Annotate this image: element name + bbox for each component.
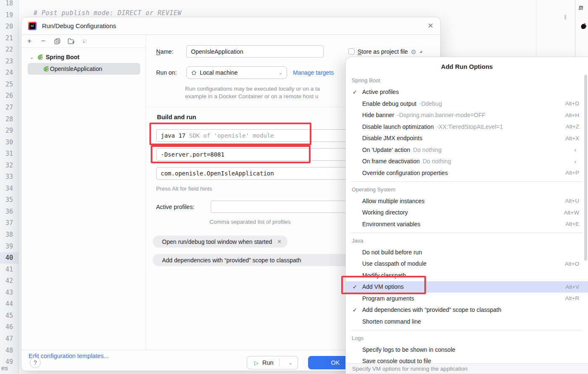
line-number: 21 <box>0 33 13 44</box>
line-number: 37 <box>0 217 13 229</box>
line-number: 32 <box>0 160 13 171</box>
editor-gutter: 1819202122232425262728293031323334353637… <box>0 0 19 374</box>
editor-divider-line <box>536 0 536 57</box>
menu-item-override-configuration-properties[interactable]: Override configuration propertiesAlt+P <box>346 167 588 179</box>
line-number: 29 <box>0 125 13 136</box>
store-as-project-file-checkbox[interactable] <box>348 48 355 55</box>
run-on-description-line1: Run configurations may be executed local… <box>185 86 320 92</box>
tree-group-spring-boot[interactable]: ⌄ Spring Boot <box>21 51 146 63</box>
line-number: 41 <box>0 264 13 275</box>
menu-separator <box>346 179 588 184</box>
run-on-value: Local machine <box>200 69 238 76</box>
menu-section-logs: Logs <box>346 332 588 344</box>
shortcut-label: Alt+V <box>565 284 579 290</box>
tree-toolbar: + − az <box>21 35 146 48</box>
menu-item-active-profiles[interactable]: ✓Active profiles <box>346 86 588 98</box>
run-on-description-line2: example in a Docker Container or on a re… <box>185 93 318 99</box>
run-button[interactable]: ▷ Run ⌄ <box>247 356 298 369</box>
store-as-project-file-row: Store as project file ⚙ ◢ <box>348 45 422 58</box>
run-button-label: Run <box>262 359 274 366</box>
configurations-tree: ⌄ Spring Boot OpenIsleApplication <box>21 48 146 75</box>
check-icon: ✓ <box>353 307 362 313</box>
popup-menu: Spring Boot✓Active profilesEnable debug … <box>346 73 588 367</box>
line-number: 24 <box>0 67 13 78</box>
menu-item-environment-variables[interactable]: Environment variablesAlt+E <box>346 218 588 230</box>
line-number: 38 <box>0 229 13 241</box>
line-number: 27 <box>0 102 13 113</box>
menu-section-spring-boot: Spring Boot <box>346 75 588 86</box>
tag-add-provided-dependencies[interactable]: Add dependencies with “provided” scope t… <box>153 254 378 266</box>
copy-configuration-icon[interactable] <box>54 38 60 44</box>
menu-section-operating-system: Operating System <box>346 184 588 196</box>
menu-item-on-update-action[interactable]: On 'Update' actionDo nothing› <box>346 144 588 156</box>
remove-configuration-icon[interactable]: − <box>40 38 47 44</box>
store-as-project-file-label: Store as project file <box>358 48 408 55</box>
run-on-label: Run on: <box>156 69 177 76</box>
shortcut-label: Alt+P <box>565 170 579 176</box>
remove-tag-icon[interactable]: ✕ <box>277 238 282 245</box>
line-number: 46 <box>0 322 13 333</box>
run-dropdown-icon[interactable]: ⌄ <box>283 360 298 366</box>
menu-item-program-arguments[interactable]: Program argumentsAlt+R <box>346 293 588 304</box>
gear-caret-icon: ◢ <box>419 50 422 53</box>
line-number: 47 <box>0 333 13 345</box>
line-number: 34 <box>0 183 13 194</box>
add-configuration-icon[interactable]: + <box>26 38 33 44</box>
gear-icon[interactable]: ⚙ <box>411 48 416 56</box>
annotation-box-add-vm-options <box>341 276 426 294</box>
name-label: Name: <box>156 48 173 55</box>
shortcut-label: Alt+D <box>565 100 579 107</box>
manage-targets-link[interactable]: Manage targets <box>293 69 334 76</box>
shortcut-label: Alt+E <box>565 221 579 227</box>
shortcut-label: Alt+U <box>565 198 579 204</box>
check-icon: ✓ <box>353 89 362 95</box>
line-number: 20 <box>0 21 13 32</box>
active-profiles-label: Active profiles: <box>156 204 194 210</box>
new-folder-icon[interactable] <box>68 38 74 44</box>
chevron-down-icon[interactable]: ⌄ <box>30 55 35 60</box>
spring-boot-icon <box>43 65 50 72</box>
menu-item-specify-logs-to-be-shown-in-console[interactable]: Specify logs to be shown in console <box>346 344 588 356</box>
shortcut-label: Alt+O <box>565 261 579 267</box>
line-number: 35 <box>0 194 13 206</box>
menu-item-allow-multiple-instances[interactable]: Allow multiple instancesAlt+U <box>346 195 588 207</box>
dialog-title: Run/Debug Configurations <box>42 22 116 29</box>
alt-field-hints-note: Press Alt for field hints <box>156 186 212 192</box>
menu-item-use-classpath-of-module[interactable]: Use classpath of moduleAlt+O <box>346 258 588 270</box>
line-number: 23 <box>0 56 13 67</box>
menu-item-enable-debug-output[interactable]: Enable debug output-DdebugAlt+D <box>346 98 588 110</box>
menu-item-shorten-command-line[interactable]: Shorten command line <box>346 316 588 327</box>
editor-right-text: m <box>579 3 583 12</box>
menu-item-working-directory[interactable]: Working directoryAlt+W <box>346 207 588 219</box>
line-number: 18 <box>0 0 13 9</box>
tag-open-tool-window[interactable]: Open run/debug tool window when started … <box>153 235 287 248</box>
menu-item-do-not-build-before-run[interactable]: Do not build before run <box>346 246 588 258</box>
annotation-box-jdk-field <box>149 123 311 145</box>
menu-item-disable-jmx-endpoints[interactable]: Disable JMX endpointsAlt+X <box>346 133 588 144</box>
svg-text:a: a <box>85 38 87 41</box>
line-number: 33 <box>0 171 13 183</box>
configurations-tree-panel: + − az ⌄ Spring Boot OpenIsleApplication <box>21 35 146 350</box>
menu-item-disable-launch-optimization[interactable]: Disable launch optimization-XX:TieredSto… <box>346 121 588 133</box>
tree-item-openisleapplication-selected[interactable]: OpenIsleApplication <box>28 63 140 75</box>
shortcut-label: Alt+H <box>565 112 579 118</box>
home-icon <box>191 70 197 76</box>
line-number: 45 <box>0 310 13 322</box>
menu-item-add-dependencies-with-provided-scope-to-classpath[interactable]: ✓Add dependencies with “provided” scope … <box>346 304 588 316</box>
line-number: 42 <box>0 275 13 287</box>
menu-item-on-frame-deactivation[interactable]: On frame deactivationDo nothing› <box>346 156 588 167</box>
annotation-box-vm-options-field <box>151 145 311 163</box>
sort-alphabetically-icon[interactable]: az <box>81 38 88 44</box>
line-number: 48 <box>0 345 13 356</box>
submenu-arrow-icon: › <box>574 158 576 165</box>
name-input[interactable]: OpenIsleApplication <box>186 45 324 58</box>
run-on-select[interactable]: Local machine ⌄ <box>186 66 287 79</box>
panel-divider-line <box>575 0 575 57</box>
run-play-icon: ▷ <box>254 360 259 366</box>
help-button[interactable]: ? <box>30 357 41 368</box>
intellij-logo-icon <box>28 22 37 30</box>
popup-scrollbar-thumb[interactable] <box>584 75 587 261</box>
edit-configuration-templates-link[interactable]: Edit configuration templates... <box>29 353 109 359</box>
menu-item-hide-banner[interactable]: Hide banner-Dspring.main.banner-mode=OFF… <box>346 110 588 121</box>
close-icon[interactable]: ✕ <box>428 22 434 29</box>
